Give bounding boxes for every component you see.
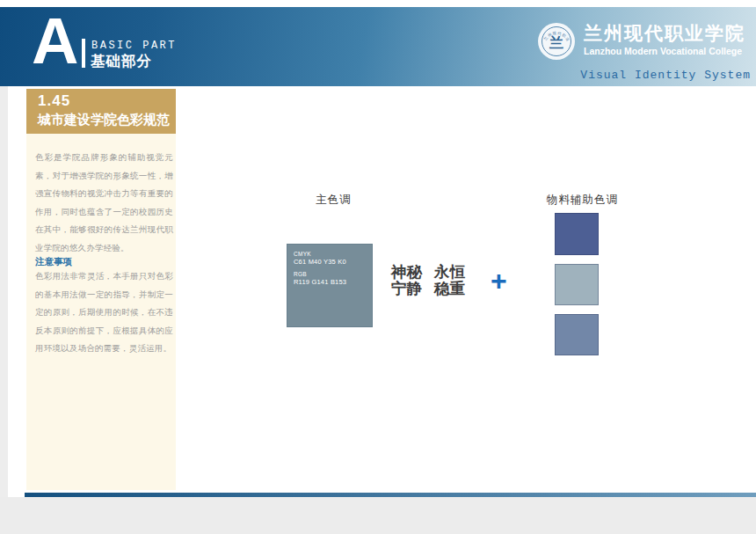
page-title: 城市建设学院色彩规范 — [38, 112, 170, 128]
divider-bar — [82, 39, 85, 68]
plus-sign: + — [491, 267, 507, 295]
vis-system-label: Visual Identity System — [580, 69, 751, 82]
college-name-zh: 兰州现代职业学院 — [584, 21, 745, 46]
section-name-en: BASIC PART — [91, 40, 177, 52]
section-letter: A — [32, 2, 78, 81]
footer-rule-line — [25, 493, 756, 497]
college-seal-icon: 兰州现代职业学院 兰 — [537, 22, 576, 61]
aux-color-swatch-3 — [555, 314, 599, 355]
rgb-value: R119 G141 B153 — [294, 278, 372, 287]
keyword-steady: 稳重 — [434, 281, 465, 297]
seal-emblem-glyph: 兰 — [549, 35, 563, 50]
aux-color-swatch-1 — [555, 213, 599, 255]
intro-paragraph: 色彩是学院品牌形象的辅助视觉元素，对于增强学院的形象统一性，增强宣传物料的视觉冲… — [35, 149, 173, 257]
cmyk-value: C61 M40 Y35 K0 — [294, 258, 372, 267]
section-title-box: 1.45 城市建设学院色彩规范 — [26, 89, 176, 134]
primary-color-label: 主色调 — [316, 193, 352, 208]
notes-paragraph: 色彩用法非常灵活，本手册只对色彩的基本用法做一定的指导，并制定一定的原则，后期使… — [35, 267, 173, 358]
vi-manual-page: A BASIC PART 基础部分 兰州现代职业学院 兰 兰州现代职业学院 La… — [0, 0, 756, 534]
left-margin-strip — [0, 86, 8, 534]
sidebar-panel: 1.45 城市建设学院色彩规范 色彩是学院品牌形象的辅助视觉元素，对于增强学院的… — [26, 89, 176, 490]
cmyk-label: CMYK — [294, 250, 372, 258]
rgb-label: RGB — [294, 270, 372, 278]
notes-heading: 注意事项 — [35, 256, 72, 268]
keywords-line-2: 宁静 稳重 — [391, 281, 465, 297]
color-keywords: 神秘 永恒 宁静 稳重 — [391, 264, 465, 297]
keyword-tranquil: 宁静 — [391, 281, 422, 297]
keyword-mystery: 神秘 — [391, 264, 422, 281]
section-number: 1.45 — [38, 92, 70, 110]
bottom-margin-area — [0, 497, 756, 534]
section-name-zh: 基础部分 — [91, 52, 152, 71]
keyword-eternal: 永恒 — [434, 264, 465, 281]
primary-color-swatch: CMYK C61 M40 Y35 K0 RGB R119 G141 B153 — [287, 244, 373, 327]
keywords-line-1: 神秘 永恒 — [391, 264, 465, 281]
header-band: A BASIC PART 基础部分 兰州现代职业学院 兰 兰州现代职业学院 La… — [0, 7, 756, 86]
auxiliary-colors-label: 物料辅助色调 — [547, 193, 618, 208]
college-name-en: Lanzhou Modern Vocational College — [584, 46, 742, 56]
aux-color-swatch-2 — [555, 264, 599, 305]
